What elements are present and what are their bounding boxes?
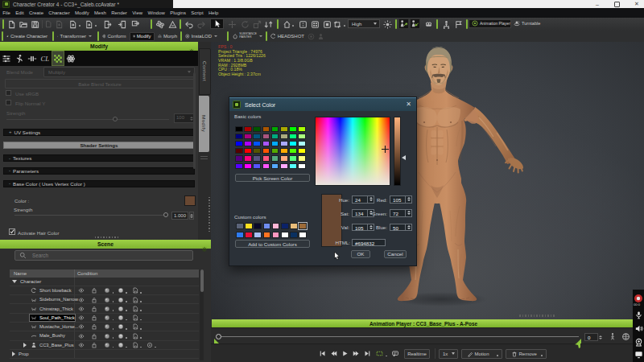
speaker-icon[interactable] [634,322,643,336]
sphere2-icon[interactable] [118,306,124,312]
sphere2-icon[interactable] [118,323,124,330]
lock-icon[interactable] [91,297,97,303]
sun-button[interactable] [383,19,392,29]
scene-row-cc3-base-plus[interactable]: CC3_Base_Plus [10,341,199,350]
pick-screen-color-button[interactable]: Pick Screen Color [235,174,310,182]
scene-row-male-bushy[interactable]: Male_Bushy [10,331,199,340]
dialog-title-bar[interactable]: Select Color ✕ [229,97,416,111]
basic-color-swatch[interactable] [253,134,261,139]
dropdown-dot[interactable] [113,319,114,321]
basic-color-swatch[interactable] [235,155,243,161]
basic-color-swatch[interactable] [262,163,270,169]
menu-window[interactable]: Window [145,8,167,18]
bake-blend-texture-button[interactable]: Bake Blend Texture [5,79,195,88]
sphere2-icon[interactable] [118,287,124,294]
page-icon[interactable] [132,315,138,321]
menu-render[interactable]: Render [109,8,130,18]
loop-range-button[interactable] [375,350,384,357]
basic-color-swatch[interactable] [289,148,297,154]
doc-arrow-button[interactable] [85,19,93,29]
dropdown-dot[interactable] [140,337,142,339]
doc-new-button[interactable] [7,19,16,29]
menu-create[interactable]: Create [27,8,46,18]
section-uv[interactable]: +UV Settings [3,129,195,136]
basic-color-swatch[interactable] [271,148,279,154]
mode-instalod-button[interactable]: InstaLOD [183,32,220,41]
custom-color-swatch[interactable] [236,232,244,238]
dropdown-dot[interactable] [344,25,345,27]
scene-row-short-blowback[interactable]: Short blowback [10,286,199,295]
basic-color-swatch[interactable] [289,126,297,132]
doc-arrow-button[interactable] [68,19,77,29]
quality-dropdown[interactable]: High [348,19,380,28]
activate-hair-color-checkbox[interactable] [9,228,15,235]
modify-tab-atom[interactable] [64,51,77,66]
section-textures[interactable]: -Textures [3,154,195,162]
color-swatch[interactable] [184,195,196,206]
basic-color-swatch[interactable] [235,148,243,154]
camera-crop-button[interactable] [332,19,342,29]
red-spinbox[interactable]: 105 [390,195,412,204]
custom-color-swatch[interactable] [290,223,298,229]
motion-dropdown[interactable]: Motion [461,349,502,359]
bubble-button[interactable] [391,350,399,357]
basic-color-swatch[interactable] [271,141,279,146]
walk-person-button[interactable] [609,332,617,341]
dropdown-dot[interactable] [292,25,294,27]
eye-icon[interactable] [78,306,85,312]
basic-color-swatch[interactable] [289,155,297,161]
modify-tab-runner[interactable] [13,51,26,66]
mode-create-character-button[interactable]: Create Character [4,32,50,41]
grid-export-button[interactable] [131,19,140,29]
dropdown-dot[interactable] [95,25,97,27]
scene-row-mustache-horse-[interactable]: Mustache_Horse... [10,323,199,331]
scene-row-chinstrap-thick[interactable]: Chinstrap_Thick [10,304,199,313]
timeline-track[interactable] [219,336,579,337]
modify-tab-adjust[interactable] [0,51,13,66]
redo-button[interactable] [197,19,206,29]
eye-icon[interactable] [78,287,85,294]
strength-spinbox[interactable]: 100 [174,113,195,123]
page-icon[interactable] [132,287,138,294]
basic-color-swatch[interactable] [244,126,252,132]
basic-color-swatch[interactable] [271,126,279,132]
custom-color-swatch[interactable] [272,232,280,238]
panel-splitter-handle[interactable] [208,197,210,232]
page-icon[interactable] [132,323,138,330]
strength-slider[interactable] [6,119,169,120]
panel-scrollbar[interactable] [193,72,196,169]
section-base[interactable]: -Base Color ( Uses Vertex Color ) [3,180,195,187]
spinner-arrows[interactable] [405,210,411,216]
gear-icon[interactable] [201,241,208,256]
sphere-icon[interactable] [104,287,110,294]
basic-color-swatch[interactable] [298,155,306,161]
basic-color-swatch[interactable] [280,141,288,146]
basic-color-swatch[interactable] [262,155,270,161]
spinner-arrows[interactable] [598,333,603,341]
strength-slider-knob[interactable] [113,117,118,121]
search-input[interactable]: Search [14,250,193,261]
scene-panel-header[interactable]: Scene [0,240,211,249]
expand-icon[interactable] [12,352,15,356]
splitter-handle[interactable] [95,237,118,238]
strength2-slider-knob[interactable] [163,212,168,217]
maximize-button[interactable] [609,0,624,8]
basic-color-swatch[interactable] [280,155,288,161]
dropdown-dot[interactable] [140,328,142,330]
spinner-arrows[interactable] [189,212,194,220]
basic-color-swatch[interactable] [235,126,243,132]
basic-color-swatch[interactable] [298,126,306,132]
basic-color-swatch[interactable] [280,126,288,132]
menu-script[interactable]: Script [188,8,206,18]
dropdown-dot[interactable] [126,301,127,302]
dropdown-dot[interactable] [140,292,142,294]
lock-icon[interactable] [91,342,97,348]
basic-color-swatch[interactable] [253,141,261,146]
modify-tab-bone[interactable] [26,51,39,66]
strength2-spinbox[interactable]: 1.000 [171,212,188,220]
dropdown-dot[interactable] [79,25,80,27]
lock-icon[interactable] [91,306,97,312]
eye-icon[interactable] [78,323,85,330]
custom-color-swatch[interactable] [236,223,244,229]
sphere-icon[interactable] [104,333,110,339]
